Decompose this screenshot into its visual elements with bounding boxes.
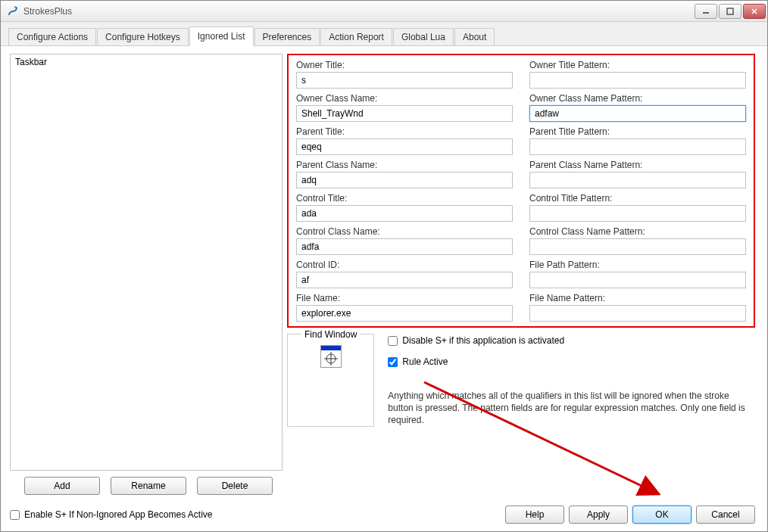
control-id-input[interactable] (296, 272, 513, 288)
close-button[interactable] (743, 4, 766, 19)
owner-class-name-label: Owner Class Name: (296, 93, 513, 104)
delete-button[interactable]: Delete (197, 477, 273, 495)
app-icon (7, 5, 19, 17)
add-button[interactable]: Add (24, 477, 100, 495)
help-text: Anything which matches all of the qualif… (388, 390, 755, 427)
titlebar: StrokesPlus (1, 1, 767, 22)
enable-non-ignored-checkbox[interactable] (10, 510, 20, 520)
rule-active-checkbox[interactable] (388, 357, 398, 367)
control-id-label: Control ID: (296, 260, 513, 270)
left-pane: Taskbar Add Rename Delete (10, 54, 283, 495)
parent-title-input[interactable] (296, 138, 513, 155)
control-title-label: Control Title: (296, 193, 513, 204)
tab-configure-actions[interactable]: Configure Actions (8, 28, 96, 45)
rename-button[interactable]: Rename (111, 477, 186, 495)
tab-action-report[interactable]: Action Report (320, 28, 392, 45)
parent-title-label: Parent Title: (296, 126, 513, 137)
parent-title-pattern-input[interactable] (529, 138, 746, 155)
disable-if-activated-check[interactable]: Disable S+ if this application is activa… (388, 335, 755, 346)
owner-class-name-input[interactable] (296, 105, 513, 122)
disable-if-activated-label: Disable S+ if this application is activa… (402, 335, 564, 346)
owner-title-input[interactable] (296, 72, 513, 89)
parent-title-pattern-label: Parent Title Pattern: (529, 126, 746, 137)
disable-if-activated-checkbox[interactable] (388, 336, 398, 346)
parent-class-name-pattern-input[interactable] (529, 172, 746, 188)
owner-title-pattern-input[interactable] (529, 72, 746, 89)
tab-configure-hotkeys[interactable]: Configure Hotkeys (97, 28, 189, 45)
enable-non-ignored-label: Enable S+ If Non-Ignored App Becomes Act… (24, 509, 212, 520)
control-class-name-label: Control Class Name: (296, 226, 513, 237)
bottom-bar: Enable S+ If Non-Ignored App Becomes Act… (10, 499, 755, 524)
file-name-label: File Name: (296, 293, 513, 303)
window-controls (695, 4, 766, 19)
file-name-pattern-input[interactable] (529, 305, 746, 322)
file-path-pattern-input[interactable] (529, 272, 746, 288)
file-name-input[interactable] (296, 305, 513, 322)
tab-global-lua[interactable]: Global Lua (393, 28, 454, 45)
control-class-name-input[interactable] (296, 238, 513, 255)
svg-rect-1 (727, 8, 733, 14)
highlighted-fields-frame: Owner Title: Owner Title Pattern: Owner … (287, 54, 755, 328)
window-title: StrokesPlus (23, 6, 695, 17)
crosshair-icon (324, 352, 338, 366)
enable-non-ignored-check[interactable]: Enable S+ If Non-Ignored App Becomes Act… (10, 509, 212, 520)
ok-button[interactable]: OK (632, 506, 692, 524)
control-title-input[interactable] (296, 205, 513, 222)
help-button[interactable]: Help (505, 506, 564, 524)
right-pane: Owner Title: Owner Title Pattern: Owner … (287, 54, 755, 495)
parent-class-name-pattern-label: Parent Class Name Pattern: (529, 160, 746, 170)
owner-title-pattern-label: Owner Title Pattern: (529, 60, 746, 70)
maximize-button[interactable] (719, 4, 741, 19)
minimize-button[interactable] (695, 4, 717, 19)
file-path-pattern-label: File Path Pattern: (529, 260, 746, 270)
find-window-label: Find Window (301, 329, 360, 340)
rule-active-check[interactable]: Rule Active (388, 356, 755, 367)
control-class-name-pattern-label: Control Class Name Pattern: (529, 226, 746, 237)
find-window-crosshair[interactable] (320, 345, 342, 368)
tab-content: Taskbar Add Rename Delete Owner Title: O… (1, 46, 767, 531)
tab-preferences[interactable]: Preferences (254, 28, 320, 45)
owner-class-name-pattern-input[interactable] (529, 105, 746, 122)
list-buttons: Add Rename Delete (10, 477, 283, 495)
window: StrokesPlus Configure Actions Configure … (0, 0, 768, 532)
parent-class-name-label: Parent Class Name: (296, 160, 513, 170)
control-class-name-pattern-input[interactable] (529, 238, 746, 255)
list-item[interactable]: Taskbar (12, 56, 280, 68)
tab-ignored-list[interactable]: Ignored List (189, 26, 254, 46)
find-window-group: Find Window (287, 334, 374, 427)
tab-about[interactable]: About (454, 28, 495, 45)
cancel-button[interactable]: Cancel (696, 506, 755, 524)
rule-active-label: Rule Active (402, 356, 448, 367)
ignored-list[interactable]: Taskbar (10, 54, 283, 471)
owner-class-name-pattern-label: Owner Class Name Pattern: (529, 93, 746, 104)
parent-class-name-input[interactable] (296, 172, 513, 188)
control-title-pattern-label: Control Title Pattern: (529, 193, 746, 204)
apply-button[interactable]: Apply (569, 506, 628, 524)
owner-title-label: Owner Title: (296, 60, 513, 70)
file-name-pattern-label: File Name Pattern: (529, 293, 746, 303)
tab-bar: Configure Actions Configure Hotkeys Igno… (1, 22, 767, 46)
control-title-pattern-input[interactable] (529, 205, 746, 222)
